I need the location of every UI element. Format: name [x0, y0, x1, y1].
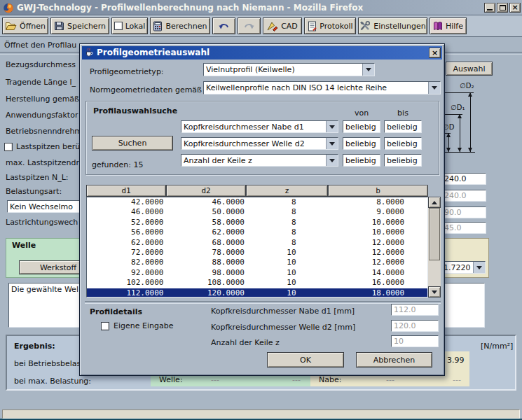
minimize-button[interactable]	[484, 3, 495, 13]
criteria-von-input[interactable]: beliebig	[343, 120, 380, 133]
cad-button[interactable]: CAD	[263, 18, 302, 34]
profilauswahlsuche-group: Profilauswahlsuche von bis Kopfkreisdurc…	[85, 101, 439, 175]
close-icon: ×	[432, 48, 438, 57]
window-titlebar[interactable]: GWJ-Technology - Profilwellenberechnung …	[0, 0, 522, 15]
calculate-button[interactable]: Berechnen	[150, 18, 210, 34]
local-checkbox[interactable]	[114, 22, 123, 30]
column-header-d1[interactable]: d1	[86, 185, 166, 197]
table-row[interactable]: 102.0000108.00001016.0000	[87, 278, 427, 288]
geometry-field[interactable]: 90.0	[441, 206, 486, 218]
criteria-select[interactable]: Kopfkreisdurchmesser Nabe d1	[181, 120, 338, 133]
table-row[interactable]: 112.0000120.00001018.0000	[87, 288, 427, 298]
close-button[interactable]: ×	[509, 3, 521, 13]
cancel-button[interactable]: Abbrechen	[356, 352, 432, 368]
criteria-bis-value: beliebig	[387, 122, 418, 132]
dialog-title: Profilgeometrieauswahl	[97, 48, 210, 57]
detail-value-input[interactable]: 10	[391, 335, 439, 347]
table-row[interactable]: 42.000046.000088.0000	[87, 197, 427, 207]
left-label: Anwendungsfaktor	[6, 111, 78, 120]
detail-label: Anzahl der Keile z	[211, 338, 280, 347]
suchen-button[interactable]: Suchen	[92, 136, 173, 150]
geometry-field[interactable]: 240.0	[441, 173, 486, 185]
cad-icon	[267, 21, 278, 31]
material-select[interactable]: 1.7220	[441, 261, 486, 274]
welle-result-value: ---	[211, 375, 219, 384]
floppy-icon	[54, 21, 64, 31]
diagram-label-d1: ∅D₁	[451, 104, 465, 111]
open-button[interactable]: Öffnen	[2, 18, 48, 34]
column-header-z[interactable]: z	[246, 185, 328, 197]
table-cell: 78.0000	[166, 248, 245, 258]
redo-button[interactable]	[238, 18, 261, 34]
table-row[interactable]: 62.000068.0000812.0000	[87, 238, 427, 248]
normgeometrie-select[interactable]: Keilwellenprofile nach DIN ISO 14 leicht…	[203, 81, 441, 94]
table-row[interactable]: 72.000078.00001012.0000	[87, 248, 427, 258]
scrollbar-thumb[interactable]	[429, 208, 440, 260]
material-value: 1.7220	[441, 262, 473, 273]
detail-value-input[interactable]: 120.0	[391, 320, 439, 332]
protocol-button[interactable]: Protokoll	[304, 18, 356, 34]
cad-label: CAD	[281, 22, 298, 31]
geometry-field[interactable]: 240.0	[441, 190, 486, 202]
chevron-down-icon[interactable]	[326, 155, 338, 166]
column-header-b[interactable]: b	[328, 185, 428, 197]
table-cell: 14.0000	[328, 268, 427, 278]
auswahl-button[interactable]: Auswahl	[446, 62, 493, 76]
scroll-up-button[interactable]	[428, 197, 441, 208]
criteria-bis-input[interactable]: beliebig	[384, 137, 422, 150]
table-row[interactable]: 82.000088.00001012.0000	[87, 258, 427, 267]
book-icon	[433, 21, 443, 31]
settings-label: Einstellungen	[373, 22, 426, 31]
eigene-eingabe-checkbox[interactable]	[101, 322, 109, 330]
settings-button[interactable]: Einstellungen	[358, 18, 427, 34]
details-divider	[85, 301, 441, 304]
criteria-select[interactable]: Anzahl der Keile z	[181, 154, 338, 167]
table-cell: 52.0000	[87, 218, 166, 227]
geometry-field-value: 45.0	[444, 223, 462, 232]
chevron-down-icon[interactable]	[428, 82, 440, 94]
profilgeometrietyp-select[interactable]: Vielnutprofil (Keilwelle)	[203, 63, 375, 76]
table-row[interactable]: 56.000062.0000810.0000	[87, 227, 427, 237]
arrow-up-icon	[446, 133, 451, 137]
table-cell: 12.0000	[328, 238, 427, 248]
help-button[interactable]: Hilfe	[430, 18, 467, 34]
chevron-down-icon[interactable]	[326, 121, 338, 132]
redo-icon	[243, 21, 255, 31]
chevron-down-icon[interactable]	[326, 138, 338, 149]
criteria-von-value: beliebig	[345, 139, 376, 148]
dialog-close-button[interactable]: ×	[429, 48, 441, 58]
left-label: Belastungsart:	[6, 187, 62, 196]
left-label: Bezugsdurchmess	[6, 60, 76, 69]
left-label: max. Lastspitzendr	[6, 158, 79, 167]
dialog-titlebar[interactable]: Profilgeometrieauswahl ×	[82, 46, 442, 59]
criteria-von-input[interactable]: beliebig	[343, 137, 380, 150]
local-label: Lokal	[125, 22, 146, 31]
column-header-d2[interactable]: d2	[166, 185, 246, 197]
detail-value: 120.0	[394, 321, 416, 330]
table-row[interactable]: 46.000050.000089.0000	[87, 207, 427, 217]
chevron-down-icon[interactable]	[473, 262, 485, 273]
chevron-down-icon[interactable]	[362, 64, 374, 76]
lastspitzen-checkbox[interactable]	[4, 143, 13, 151]
table-scrollbar[interactable]	[428, 197, 441, 298]
scroll-down-button[interactable]	[428, 286, 441, 298]
profilgeometrietyp-value: Vielnutprofil (Keilwelle)	[204, 64, 362, 76]
calculate-label: Berechnen	[165, 22, 207, 31]
criteria-select[interactable]: Kopfkreisdurchmesser Welle d2	[181, 137, 338, 150]
ok-button[interactable]: OK	[267, 352, 344, 368]
belastungsart-select[interactable]: Kein Wechselmo	[7, 200, 90, 213]
undo-button[interactable]	[212, 18, 235, 34]
maximize-button[interactable]	[497, 3, 508, 13]
table-row[interactable]: 52.000058.0000810.0000	[87, 218, 427, 227]
criteria-von-input[interactable]: beliebig	[343, 154, 380, 167]
criteria-bis-input[interactable]: beliebig	[384, 120, 422, 133]
dim-arrow-line-d1	[460, 114, 460, 152]
criteria-bis-input[interactable]: beliebig	[384, 154, 422, 167]
geometry-field[interactable]: 45.0	[441, 222, 486, 234]
table-row[interactable]: 92.000098.00001014.0000	[87, 268, 427, 278]
save-button[interactable]: Speichern	[50, 18, 109, 34]
local-checkbox-group[interactable]: Lokal	[111, 18, 148, 34]
left-label: Herstellung gemäß	[6, 94, 79, 104]
criteria-select-value: Kopfkreisdurchmesser Nabe d1	[181, 121, 326, 132]
detail-value-input[interactable]: 112.0	[391, 304, 439, 316]
